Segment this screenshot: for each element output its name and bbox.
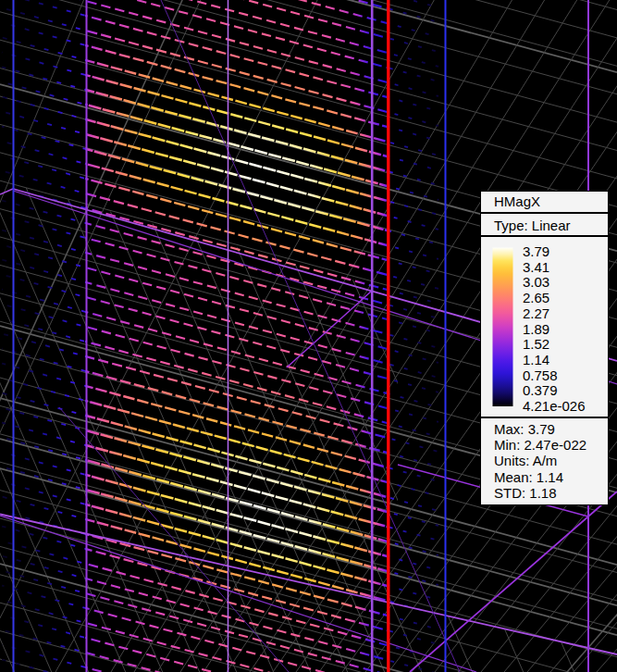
svg-text:Min: 2.47e-022: Min: 2.47e-022 xyxy=(494,437,586,453)
svg-text:1.14: 1.14 xyxy=(523,352,549,367)
svg-text:2.65: 2.65 xyxy=(523,290,549,305)
svg-text:0.379: 0.379 xyxy=(523,382,558,398)
svg-text:Units: A/m: Units: A/m xyxy=(494,453,557,468)
svg-text:HMagX: HMagX xyxy=(494,193,540,209)
svg-text:3.41: 3.41 xyxy=(523,259,549,275)
svg-text:1.52: 1.52 xyxy=(523,336,549,352)
svg-text:Max: 3.79: Max: 3.79 xyxy=(494,421,555,437)
svg-text:STD: 1.18: STD: 1.18 xyxy=(494,485,557,501)
svg-text:0.758: 0.758 xyxy=(523,367,558,383)
svg-text:1.89: 1.89 xyxy=(523,321,549,337)
svg-text:3.79: 3.79 xyxy=(523,243,549,259)
svg-text:2.27: 2.27 xyxy=(523,305,549,321)
svg-text:4.21e-026: 4.21e-026 xyxy=(523,398,586,414)
svg-text:Mean: 1.14: Mean: 1.14 xyxy=(494,469,563,485)
svg-text:3.03: 3.03 xyxy=(523,274,549,290)
svg-text:Type: Linear: Type: Linear xyxy=(494,218,571,233)
